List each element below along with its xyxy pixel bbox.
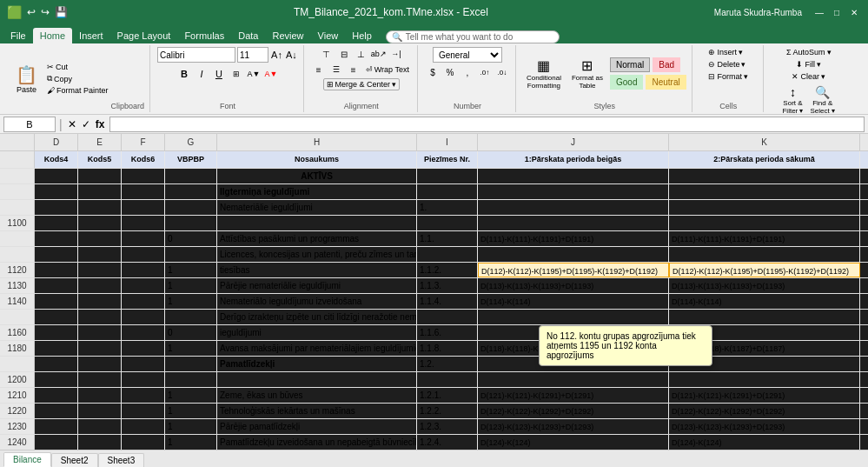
border-button[interactable]: ⊞ (229, 66, 244, 82)
cancel-formula-icon[interactable]: ✕ (66, 118, 78, 130)
confirm-formula-icon[interactable]: ✓ (80, 118, 92, 130)
insert-cell-button[interactable]: ⊕ Insert▾ (705, 47, 746, 57)
font-color-button[interactable]: A▼ (263, 66, 279, 82)
name-box[interactable] (3, 117, 56, 132)
merge-dropdown-icon[interactable]: ▾ (392, 80, 396, 89)
cell[interactable] (122, 169, 165, 183)
tab-insert[interactable]: Insert (72, 28, 110, 43)
delete-dropdown-icon[interactable]: ▾ (741, 60, 745, 69)
style-bad[interactable]: Bad (653, 57, 680, 72)
tab-help[interactable]: Help (345, 28, 379, 43)
style-neutral[interactable]: Neutral (646, 75, 686, 90)
align-center-button[interactable]: ☰ (328, 63, 344, 77)
insert-dropdown-icon[interactable]: ▾ (739, 48, 743, 57)
sheet-tab-sheet3[interactable]: Sheet3 (98, 453, 145, 467)
clear-button[interactable]: ✕ Clear ▾ (788, 71, 829, 82)
fill-button[interactable]: ⬇ Fill ▾ (792, 59, 825, 70)
italic-button[interactable]: I (194, 66, 209, 82)
bold-button[interactable]: B (176, 66, 192, 82)
tab-file[interactable]: File (3, 28, 33, 43)
col-vbpbp[interactable]: VBPBP (165, 151, 217, 168)
col-nosaukums[interactable]: Nosaukums (217, 151, 417, 168)
autosum-button[interactable]: Σ AutoSum ▾ (783, 47, 835, 57)
format-cell-button[interactable]: ⊟ Format▾ (705, 71, 752, 82)
col-period-start[interactable]: 2:Pārskata perioda sākumā (669, 151, 860, 168)
align-left-button[interactable]: ≡ (311, 63, 327, 77)
col-header-f[interactable]: F (122, 134, 165, 150)
underline-button[interactable]: U (211, 66, 227, 82)
minimize-button[interactable]: — (812, 5, 826, 19)
align-top-button[interactable]: ⊤ (319, 47, 335, 61)
cell[interactable] (417, 169, 478, 183)
maximize-button[interactable]: □ (830, 5, 844, 19)
formula-input[interactable] (109, 117, 865, 132)
redo-icon[interactable]: ↪ (41, 6, 50, 18)
indent-inc-button[interactable]: →| (388, 47, 404, 61)
cut-button[interactable]: ✂ Cut (44, 62, 111, 72)
col-kods4[interactable]: Kods4 (35, 151, 78, 168)
col-period-end[interactable]: 1:Pārskata perioda beigās (478, 151, 669, 168)
tab-home[interactable]: Home (33, 28, 72, 43)
find-select-button[interactable]: 🔍 Find & Select ▾ (808, 83, 836, 117)
fill-color-button[interactable]: A▼ (246, 66, 262, 82)
font-name-input[interactable] (157, 47, 235, 63)
align-right-button[interactable]: ≡ (346, 63, 361, 77)
increase-decimal-button[interactable]: .0↑ (477, 65, 493, 79)
conditional-formatting-button[interactable]: ▦ Conditional Formatting (523, 56, 565, 91)
col-header-j[interactable]: J (478, 134, 669, 150)
style-good[interactable]: Good (610, 75, 643, 90)
save-icon[interactable]: 💾 (55, 6, 68, 18)
col-kods5[interactable]: Kods5 (78, 151, 122, 168)
cell-aktīvs[interactable]: AKTĪVS (217, 169, 417, 183)
undo-icon[interactable]: ↩ (27, 6, 36, 18)
style-normal[interactable]: Normal (610, 57, 650, 72)
clear-dropdown-icon[interactable]: ▾ (821, 72, 825, 81)
tab-formulas[interactable]: Formulas (177, 28, 231, 43)
tell-me-box[interactable]: 🔍 Tell me what you want to do (386, 30, 560, 43)
decrease-decimal-button[interactable]: .0↓ (494, 65, 510, 79)
align-bottom-button[interactable]: ⊥ (354, 47, 369, 61)
insert-function-icon[interactable]: fx (94, 118, 107, 130)
number-format-select[interactable]: General Number Currency Percentage (433, 47, 502, 63)
sort-filter-button[interactable]: ↕ Sort & Filter ▾ (780, 83, 805, 117)
grow-font-icon[interactable]: A↑ (270, 49, 283, 61)
cell[interactable] (35, 169, 78, 183)
fill-dropdown-icon[interactable]: ▾ (817, 60, 821, 69)
autosum-dropdown-icon[interactable]: ▾ (827, 48, 832, 57)
cell[interactable] (78, 169, 122, 183)
shrink-font-icon[interactable]: A↓ (285, 49, 298, 61)
text-orient-button[interactable]: ab↗ (371, 47, 387, 61)
copy-button[interactable]: ⧉ Copy (44, 73, 111, 84)
cell[interactable] (669, 169, 860, 183)
cell[interactable] (478, 169, 669, 183)
sheet-tab-sheet2[interactable]: Sheet2 (51, 453, 98, 467)
delete-cell-button[interactable]: ⊖ Delete▾ (705, 59, 749, 70)
paste-button[interactable]: 📋 Paste (9, 63, 44, 96)
col-header-e[interactable]: E (78, 134, 122, 150)
comma-button[interactable]: , (460, 65, 475, 79)
tab-review[interactable]: Review (265, 28, 310, 43)
cell[interactable] (165, 169, 217, 183)
col-kods6[interactable]: Kods6 (122, 151, 165, 168)
title-bar: 🟩 ↩ ↪ 💾 TM_Bilance_2021_kom.TMne.xlsx - … (0, 0, 868, 24)
close-button[interactable]: ✕ (847, 5, 861, 19)
col-header-g[interactable]: G (165, 134, 217, 150)
format-as-table-button[interactable]: ⊞ Format as Table (568, 56, 606, 91)
col-piezimes[interactable]: Piezīmes Nr. (417, 151, 478, 168)
tab-data[interactable]: Data (231, 28, 265, 43)
format-dropdown-icon[interactable]: ▾ (744, 72, 748, 81)
sheet-tab-bilance[interactable]: Bilance (3, 452, 51, 467)
merge-center-button[interactable]: ⊞ Merge & Center ▾ (323, 78, 401, 90)
percent-button[interactable]: % (442, 65, 458, 79)
col-header-d[interactable]: D (35, 134, 78, 150)
col-header-k[interactable]: K (669, 134, 860, 150)
format-painter-button[interactable]: 🖌 Format Painter (44, 85, 111, 96)
font-size-input[interactable] (237, 47, 268, 63)
align-middle-button[interactable]: ⊟ (336, 47, 352, 61)
tab-view[interactable]: View (311, 28, 346, 43)
col-header-h[interactable]: H (217, 134, 417, 150)
wrap-text-button[interactable]: ⏎ Wrap Text (363, 63, 412, 77)
tab-page-layout[interactable]: Page Layout (110, 28, 178, 43)
accounting-format-button[interactable]: $ (425, 65, 441, 79)
col-header-i[interactable]: I (417, 134, 478, 150)
